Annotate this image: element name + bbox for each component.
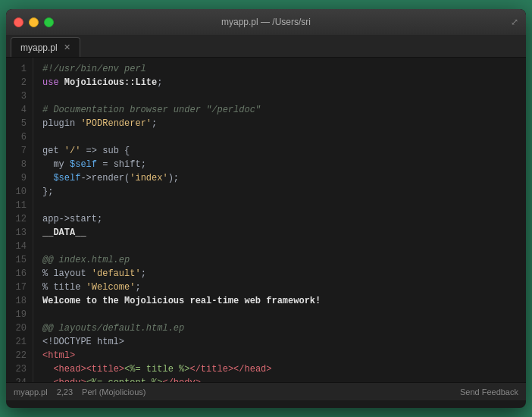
table-row: @@ layouts/default.html.ep bbox=[42, 321, 517, 335]
maximize-button[interactable] bbox=[44, 17, 54, 27]
table-row bbox=[42, 89, 517, 103]
table-row bbox=[42, 130, 517, 144]
statusbar: myapp.pl 2,23 Perl (Mojolicious) Send Fe… bbox=[6, 382, 526, 400]
table-row: my $self = shift; bbox=[42, 158, 517, 171]
table-row: $self->render('index'); bbox=[42, 171, 517, 185]
expand-icon[interactable]: ⤢ bbox=[511, 17, 518, 28]
table-row: <body><%= content %></body> bbox=[42, 376, 517, 382]
minimize-button[interactable] bbox=[29, 17, 39, 27]
send-feedback-button[interactable]: Send Feedback bbox=[460, 387, 518, 397]
status-language: Perl (Mojolicious) bbox=[82, 387, 146, 397]
table-row: app->start; bbox=[42, 212, 517, 226]
table-row: get '/' => sub { bbox=[42, 144, 517, 158]
close-button[interactable] bbox=[14, 17, 23, 27]
editor-window: myapp.pl — /Users/sri ⤢ myapp.pl ✕ 12345… bbox=[6, 9, 526, 408]
titlebar: myapp.pl — /Users/sri ⤢ bbox=[6, 9, 526, 35]
table-row bbox=[42, 240, 517, 253]
table-row: <head><title><%= title %></title></head> bbox=[42, 362, 517, 376]
tab-myapp[interactable]: myapp.pl ✕ bbox=[11, 37, 80, 57]
table-row: % title 'Welcome'; bbox=[42, 281, 517, 294]
table-row bbox=[42, 199, 517, 212]
table-row: @@ index.html.ep bbox=[42, 253, 517, 267]
table-row: #!/usr/bin/env perl bbox=[42, 62, 517, 76]
window-title: myapp.pl — /Users/sri bbox=[221, 17, 311, 27]
status-left: myapp.pl 2,23 Perl (Mojolicious) bbox=[14, 387, 146, 397]
table-row bbox=[42, 308, 517, 321]
table-row: <!DOCTYPE html> bbox=[42, 335, 517, 349]
table-row: # Documentation browser under "/perldoc" bbox=[42, 103, 517, 117]
line-numbers: 1234567891011121314151617181920212223242… bbox=[6, 58, 33, 382]
status-position: 2,23 bbox=[57, 387, 73, 397]
table-row: }; bbox=[42, 185, 517, 199]
table-row: plugin 'PODRenderer'; bbox=[42, 117, 517, 130]
tab-close-icon[interactable]: ✕ bbox=[64, 42, 70, 52]
tab-label: myapp.pl bbox=[20, 42, 58, 53]
table-row: Welcome to the Mojolicious real-time web… bbox=[42, 294, 517, 308]
table-row: % layout 'default'; bbox=[42, 267, 517, 281]
status-file: myapp.pl bbox=[14, 387, 48, 397]
code-content[interactable]: #!/usr/bin/env perluse Mojolicious::Lite… bbox=[33, 58, 526, 382]
traffic-lights bbox=[14, 17, 54, 27]
table-row: __DATA__ bbox=[42, 226, 517, 240]
tab-bar: myapp.pl ✕ bbox=[6, 35, 526, 58]
table-row: <html> bbox=[42, 349, 517, 362]
table-row: use Mojolicious::Lite; bbox=[42, 76, 517, 89]
code-editor[interactable]: 1234567891011121314151617181920212223242… bbox=[6, 58, 526, 382]
